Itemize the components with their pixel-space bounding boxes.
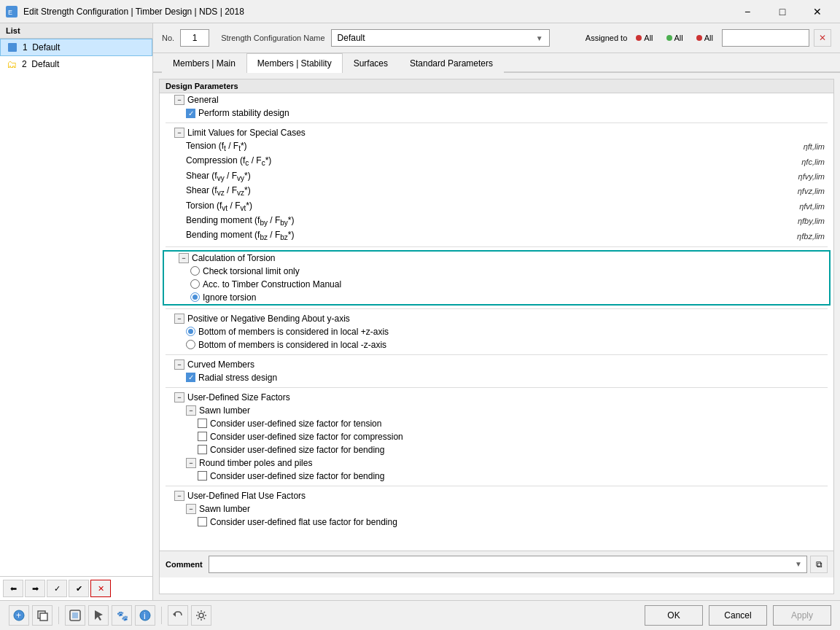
svg-text:+: + — [16, 610, 21, 621]
perform-stability-label: Perform stability design — [198, 108, 289, 118]
list-item-2[interactable]: 🗂 2 Default — [0, 56, 152, 72]
tab-members-stability[interactable]: Members | Stability — [246, 53, 343, 73]
user-flat-title: User-Defined Flat Use Factors — [187, 491, 306, 501]
check-torsional-row: Check torsional limit only — [164, 265, 829, 278]
svg-rect-5 — [40, 613, 47, 621]
ignore-torsion-radio[interactable] — [190, 292, 200, 302]
flat-bending-checkbox[interactable] — [198, 517, 207, 526]
new-toolbar-button[interactable]: + — [9, 605, 29, 626]
sep-6 — [166, 486, 828, 486]
limit-values-title: Limit Values for Special Cases — [187, 128, 306, 138]
dialog-buttons: OK Cancel Apply — [645, 605, 831, 626]
maximize-button[interactable]: □ — [766, 0, 799, 23]
shear-vy-label: Shear (fvy / Fvy*) — [186, 171, 251, 182]
check-all-button[interactable]: ✔ — [69, 580, 89, 597]
size-compression-checkbox[interactable] — [198, 432, 207, 441]
toolbar-sep-1 — [58, 607, 59, 624]
round-timber-collapse-btn[interactable]: − — [186, 458, 196, 468]
assigned-tag-3-label: All — [704, 34, 713, 42]
shear-vz-value: ηfvz,lim — [798, 187, 831, 195]
general-section-header[interactable]: − General — [160, 93, 833, 106]
sawn-lumber-1-header[interactable]: − Sawn lumber — [160, 404, 833, 417]
comment-section: Comment ▼ ⧉ — [160, 551, 833, 578]
assigned-tag-1-label: All — [644, 34, 653, 42]
torsion-row: Torsion (fvt / Fvt*) ηfvt,lim — [160, 199, 833, 214]
comment-copy-button[interactable]: ⧉ — [810, 556, 828, 573]
list-item-1[interactable]: 1 Default — [0, 39, 152, 56]
tab-surfaces[interactable]: Surfaces — [343, 53, 399, 73]
right-panel: No. Strength Configuration Name Default … — [153, 23, 840, 600]
assigned-field[interactable] — [722, 29, 809, 47]
app-icon: E — [6, 6, 18, 18]
bottom-pos-z-radio[interactable] — [186, 327, 195, 336]
size-bending-1-checkbox[interactable] — [198, 445, 207, 454]
copy-left-button[interactable]: ⬅ — [3, 580, 23, 597]
bending-axis-title: Positive or Negative Bending About y-axi… — [187, 314, 350, 324]
bending-axis-section-header[interactable]: − Positive or Negative Bending About y-a… — [160, 312, 833, 325]
size-tension-checkbox[interactable] — [198, 419, 207, 428]
tab-members-main[interactable]: Members | Main — [162, 53, 246, 73]
sep-4 — [166, 354, 828, 355]
bending-axis-collapse-btn[interactable]: − — [174, 314, 184, 324]
user-size-section-header[interactable]: − User-Defined Size Factors — [160, 391, 833, 404]
tab-standard-parameters[interactable]: Standard Parameters — [399, 53, 504, 73]
sep-5 — [166, 387, 828, 388]
perform-stability-row: ✓ Perform stability design — [160, 106, 833, 120]
bottom-neg-z-radio[interactable] — [186, 340, 195, 349]
shear-vz-label: Shear (fvz / Fvz*) — [186, 185, 251, 197]
user-size-collapse-btn[interactable]: − — [174, 392, 184, 402]
close-button[interactable]: ✕ — [801, 0, 834, 23]
size-compression-row: Consider user-defined size factor for co… — [160, 430, 833, 443]
sawn-lumber-2-header[interactable]: − Sawn lumber — [160, 502, 833, 516]
sawn-lumber-2-collapse-btn[interactable]: − — [186, 504, 196, 514]
flat-bending-label: Consider user-defined flat use factor fo… — [210, 517, 397, 527]
minimize-button[interactable]: − — [731, 0, 764, 23]
round-timber-label: Round timber poles and piles — [199, 458, 312, 468]
select-toolbar-button[interactable] — [65, 605, 85, 626]
duplicate-toolbar-button[interactable] — [32, 605, 52, 626]
tension-label: Tension (ft / Ft*) — [186, 141, 247, 152]
folder-icon-2: 🗂 — [6, 58, 18, 70]
radial-stress-row: ✓ Radial stress design — [160, 371, 833, 384]
cursor-toolbar-button[interactable] — [88, 605, 109, 626]
ok-button[interactable]: OK — [645, 605, 703, 626]
check-button[interactable]: ✓ — [47, 580, 67, 597]
cancel-button[interactable]: Cancel — [709, 605, 767, 626]
comment-dropdown-arrow: ▼ — [795, 560, 802, 568]
perform-stability-checkbox[interactable]: ✓ — [186, 109, 195, 118]
radial-stress-checkbox[interactable]: ✓ — [186, 373, 195, 382]
apply-button[interactable]: Apply — [773, 605, 831, 626]
size-bending-2-checkbox[interactable] — [198, 471, 207, 481]
sawn-lumber-1-collapse-btn[interactable]: − — [186, 405, 196, 416]
limit-values-collapse-btn[interactable]: − — [174, 128, 184, 138]
no-input[interactable] — [180, 29, 209, 47]
move-toolbar-button[interactable]: 🐾 — [112, 605, 132, 626]
main-container: List 1 Default 🗂 2 Default ⬅ ➡ — [0, 23, 840, 630]
calc-torsion-header[interactable]: − Calculation of Torsion — [164, 252, 829, 265]
info-toolbar-button[interactable]: i — [135, 605, 155, 626]
copy-right-button[interactable]: ➡ — [25, 580, 45, 597]
curved-members-collapse-btn[interactable]: − — [174, 359, 184, 370]
comment-input[interactable]: ▼ — [209, 556, 807, 573]
user-flat-section-header[interactable]: − User-Defined Flat Use Factors — [160, 489, 833, 502]
settings-toolbar-button[interactable] — [191, 605, 211, 626]
check-torsional-radio[interactable] — [190, 266, 200, 276]
left-panel: List 1 Default 🗂 2 Default ⬅ ➡ — [0, 23, 153, 600]
flat-bending-row: Consider user-defined flat use factor fo… — [160, 516, 833, 529]
general-collapse-btn[interactable]: − — [174, 95, 184, 105]
undo-toolbar-button[interactable] — [168, 605, 188, 626]
curved-members-section-header[interactable]: − Curved Members — [160, 358, 833, 371]
name-dropdown[interactable]: Default ▼ — [331, 29, 550, 47]
limit-values-section-header[interactable]: − Limit Values for Special Cases — [160, 126, 833, 139]
calc-torsion-collapse-btn[interactable]: − — [179, 253, 189, 263]
list-header: List — [0, 23, 152, 39]
user-flat-collapse-btn[interactable]: − — [174, 491, 184, 501]
delete-button[interactable]: ✕ — [90, 580, 111, 597]
calc-torsion-section: − Calculation of Torsion Check torsional… — [163, 250, 831, 306]
acc-timber-radio[interactable] — [190, 279, 200, 289]
assigned-clear-button[interactable]: ✕ — [814, 29, 831, 47]
panel-body: Design Parameters − General ✓ Perform st… — [153, 73, 840, 600]
bending-z-value: ηfbz,lim — [797, 232, 831, 241]
round-timber-header[interactable]: − Round timber poles and piles — [160, 456, 833, 470]
item-icon-1 — [7, 42, 18, 53]
